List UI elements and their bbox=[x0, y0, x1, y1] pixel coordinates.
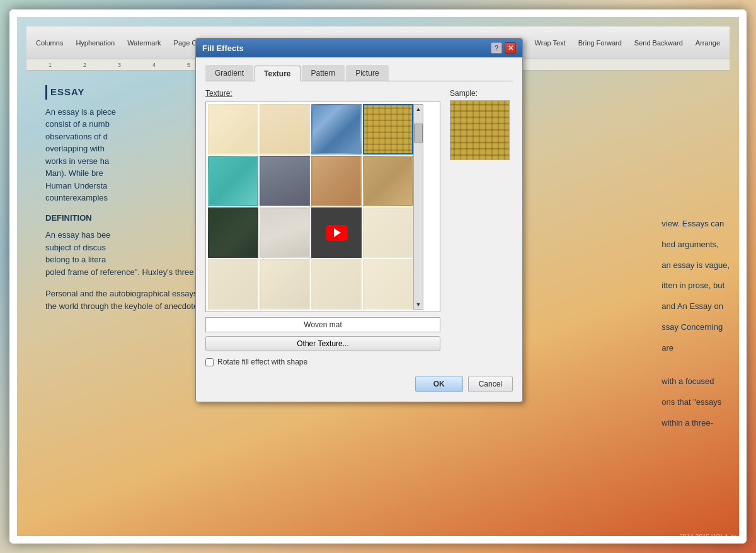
texture-left-panel: Texture: bbox=[205, 89, 440, 366]
texture-cell-brown-spot[interactable] bbox=[311, 156, 362, 206]
texture-cell-dark-green[interactable] bbox=[208, 207, 258, 258]
texture-cell-row4-1[interactable] bbox=[208, 259, 258, 310]
tab-pattern[interactable]: Pattern bbox=[302, 65, 345, 81]
tab-gradient[interactable]: Gradient bbox=[205, 65, 253, 81]
dialog-title: Fill Effects bbox=[202, 44, 244, 53]
texture-cell-video[interactable] bbox=[311, 207, 362, 258]
texture-cell-teal[interactable] bbox=[208, 156, 258, 206]
texture-cell-row4-2[interactable] bbox=[260, 259, 310, 310]
toolbar-columns[interactable]: Columns bbox=[36, 39, 63, 47]
tab-bar: Gradient Texture Pattern Picture bbox=[205, 65, 513, 81]
texture-cell-cream2[interactable] bbox=[260, 104, 310, 154]
toolbar-hyphenation[interactable]: Hyphenation bbox=[76, 39, 115, 47]
scroll-down[interactable]: ▼ bbox=[415, 300, 423, 309]
texture-cell-marble-gray[interactable] bbox=[260, 156, 310, 206]
watermark-label: Watermark bbox=[127, 39, 161, 47]
rotate-checkbox-input[interactable] bbox=[205, 358, 214, 366]
texture-section: Texture: bbox=[205, 89, 513, 366]
dialog-body: Gradient Texture Pattern Picture Texture… bbox=[196, 57, 522, 402]
tab-picture[interactable]: Picture bbox=[346, 65, 388, 81]
dialog-titlebar: Fill Effects ? ✕ bbox=[196, 38, 522, 57]
toolbar-watermark[interactable]: Watermark bbox=[127, 39, 161, 47]
rotate-checkbox-container: Rotate fill effect with shape bbox=[205, 358, 440, 366]
close-button[interactable]: ✕ bbox=[505, 42, 516, 54]
sample-area: Sample: bbox=[450, 89, 513, 366]
texture-label: Texture: bbox=[205, 89, 440, 98]
texture-cell-tan[interactable] bbox=[363, 156, 413, 206]
texture-cell-woven-mat[interactable] bbox=[363, 104, 413, 154]
texture-cell-blue-fabric[interactable] bbox=[311, 104, 362, 154]
other-texture-button[interactable]: Other Texture... bbox=[205, 336, 440, 351]
arrange-label: Arrange bbox=[696, 39, 720, 47]
texture-cell-cream-plain[interactable] bbox=[363, 207, 413, 258]
sample-label: Sample: bbox=[450, 89, 513, 98]
dialog-controls: ? ✕ bbox=[491, 42, 516, 54]
texture-cell-cream[interactable] bbox=[208, 104, 258, 154]
columns-label: Columns bbox=[36, 39, 63, 47]
texture-cell-light-gray[interactable] bbox=[260, 207, 310, 258]
dialog-buttons: OK Cancel bbox=[205, 376, 513, 392]
svg-rect-0 bbox=[364, 105, 412, 153]
timestamp: 2014-2015 HOLA.de bbox=[679, 533, 737, 540]
right-text: view. Essays can hed arguments, an essay… bbox=[662, 218, 730, 438]
hyphenation-label: Hyphenation bbox=[76, 39, 115, 47]
texture-name: Woven mat bbox=[205, 317, 440, 332]
scroll-up[interactable]: ▲ bbox=[415, 105, 423, 114]
bring-forward-label: Bring Forward bbox=[578, 39, 622, 47]
sample-preview bbox=[450, 100, 510, 160]
fill-effects-dialog: Fill Effects ? ✕ Gradient Texture Patter… bbox=[195, 38, 523, 402]
wrap-text-label: Wrap Text bbox=[535, 39, 566, 47]
cancel-button[interactable]: Cancel bbox=[468, 376, 513, 392]
rotate-label: Rotate fill effect with shape bbox=[217, 358, 307, 366]
scroll-thumb[interactable] bbox=[414, 124, 423, 143]
ok-button[interactable]: OK bbox=[415, 376, 463, 392]
texture-cell-row4-4[interactable] bbox=[363, 259, 413, 310]
help-button[interactable]: ? bbox=[491, 42, 502, 54]
texture-grid bbox=[208, 104, 413, 310]
texture-scrollbar[interactable]: ▲ ▼ bbox=[413, 104, 423, 310]
send-backward-label: Send Backward bbox=[634, 39, 683, 47]
texture-grid-container: ▲ ▼ bbox=[205, 102, 440, 312]
tab-texture[interactable]: Texture bbox=[255, 66, 300, 81]
texture-cell-row4-3[interactable] bbox=[311, 259, 362, 310]
